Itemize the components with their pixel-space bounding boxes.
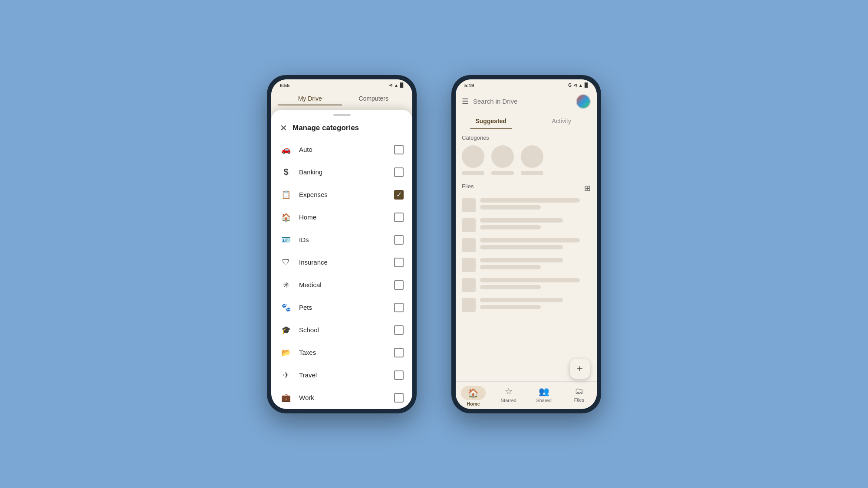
skeleton-icon xyxy=(462,218,476,232)
expenses-icon: 📋 xyxy=(280,189,292,201)
category-circle-label xyxy=(491,171,514,175)
skeleton-icon xyxy=(462,258,476,272)
list-item[interactable]: 🛡 Insurance xyxy=(271,251,412,274)
work-icon: 💼 xyxy=(280,392,292,404)
category-circle xyxy=(521,145,543,168)
nav-item-files[interactable]: 🗂 Files xyxy=(562,382,597,409)
ids-icon: 🪪 xyxy=(280,234,292,246)
skeleton-row xyxy=(462,258,591,272)
checkbox-school[interactable] xyxy=(394,325,404,335)
category-circle-label xyxy=(462,171,484,175)
categories-section-label: Categories xyxy=(462,134,591,141)
checkbox-ids[interactable] xyxy=(394,235,404,245)
shared-nav-icon: 👥 xyxy=(539,386,549,396)
home-icon: 🏠 xyxy=(280,211,292,223)
home-nav-icon: 🏠 xyxy=(468,388,479,398)
category-label: Pets xyxy=(299,304,387,311)
nav-item-shared[interactable]: 👥 Shared xyxy=(526,382,562,409)
category-label: Medical xyxy=(299,281,387,288)
status-bar-right: 5:19 G ⊲ ▲ ▉ xyxy=(456,79,597,90)
category-label: Travel xyxy=(299,371,387,379)
files-section-label: Files xyxy=(462,183,473,190)
manage-categories-sheet: ✕ Manage categories 🚗 Auto $ Banking 📋 E… xyxy=(271,110,412,409)
files-nav-icon: 🗂 xyxy=(575,386,583,396)
right-phone: 5:19 G ⊲ ▲ ▉ ☰ Suggested Activity Catego… xyxy=(451,75,601,413)
category-label: Insurance xyxy=(299,259,387,266)
checkbox-expenses[interactable]: ✓ xyxy=(394,190,404,200)
category-label: Expenses xyxy=(299,191,387,198)
skeleton-row xyxy=(462,238,591,252)
category-label: Banking xyxy=(299,168,387,176)
medical-icon: ✳ xyxy=(280,279,292,291)
tab-suggested[interactable]: Suggested xyxy=(456,113,526,129)
hamburger-icon[interactable]: ☰ xyxy=(462,97,469,106)
checkbox-work[interactable] xyxy=(394,393,404,403)
checkbox-medical[interactable] xyxy=(394,280,404,290)
list-item[interactable]: 🪪 IDs xyxy=(271,229,412,251)
checkbox-taxes[interactable] xyxy=(394,348,404,357)
school-icon: 🎓 xyxy=(280,324,292,336)
taxes-icon: 📂 xyxy=(280,347,292,359)
skeleton-icon xyxy=(462,278,476,292)
category-circle xyxy=(462,145,484,168)
travel-icon: ✈ xyxy=(280,369,292,381)
category-label: School xyxy=(299,326,387,334)
status-bar-left: 6:55 ⊲ ▲ ▉ xyxy=(271,79,412,90)
list-item[interactable]: 🐾 Pets xyxy=(271,296,412,319)
drive-header: My Drive Computers xyxy=(271,90,412,109)
checkbox-insurance[interactable] xyxy=(394,258,404,267)
left-phone: 6:55 ⊲ ▲ ▉ My Drive Computers 📁 Medical … xyxy=(267,75,417,413)
skeleton-row xyxy=(462,218,591,232)
skeleton-icon xyxy=(462,298,476,312)
auto-icon: 🚗 xyxy=(280,144,292,156)
nav-item-starred[interactable]: ☆ Starred xyxy=(491,382,526,409)
checkbox-travel[interactable] xyxy=(394,370,404,380)
checkbox-pets[interactable] xyxy=(394,303,404,312)
close-icon[interactable]: ✕ xyxy=(280,123,287,133)
list-item[interactable]: 📋 Expenses ✓ xyxy=(271,183,412,206)
category-circle xyxy=(491,145,514,168)
nav-label-files: Files xyxy=(574,397,584,403)
category-label: IDs xyxy=(299,236,387,243)
nav-label-home: Home xyxy=(467,401,480,406)
fab-button[interactable]: + xyxy=(570,359,590,379)
sheet-header: ✕ Manage categories xyxy=(271,119,412,138)
checkbox-home[interactable] xyxy=(394,213,404,222)
nav-item-home[interactable]: 🏠 Home xyxy=(456,382,491,409)
tab-my-drive[interactable]: My Drive xyxy=(278,92,342,105)
search-input[interactable] xyxy=(473,98,572,105)
list-item[interactable]: 🚗 Auto xyxy=(271,138,412,161)
search-header: ☰ xyxy=(456,90,597,113)
checkbox-banking[interactable] xyxy=(394,167,404,177)
skeleton-icon xyxy=(462,198,476,212)
category-label: Home xyxy=(299,213,387,221)
skeleton-row xyxy=(462,298,591,312)
category-skeleton xyxy=(491,145,514,175)
list-item[interactable]: $ Banking xyxy=(271,161,412,183)
status-icons-left: ⊲ ▲ ▉ xyxy=(389,83,404,88)
tabs-bar: Suggested Activity xyxy=(456,113,597,129)
category-label: Work xyxy=(299,394,387,401)
sheet-handle[interactable] xyxy=(333,114,351,116)
tab-activity[interactable]: Activity xyxy=(526,113,597,129)
grid-view-icon[interactable]: ⊞ xyxy=(584,183,591,193)
nav-label-shared: Shared xyxy=(536,398,551,403)
list-item[interactable]: ✳ Medical xyxy=(271,274,412,296)
list-item[interactable]: 💼 Work xyxy=(271,386,412,409)
banking-icon: $ xyxy=(280,166,292,178)
list-item[interactable]: 🎓 School xyxy=(271,319,412,341)
category-skeleton xyxy=(521,145,543,175)
category-circle-label xyxy=(521,171,543,175)
skeleton-row xyxy=(462,278,591,292)
status-icons-right: G ⊲ ▲ ▉ xyxy=(568,83,588,88)
list-item[interactable]: 🏠 Home xyxy=(271,206,412,229)
skeleton-icon xyxy=(462,238,476,252)
categories-row xyxy=(462,145,591,175)
list-item[interactable]: ✈ Travel xyxy=(271,364,412,386)
list-item[interactable]: 📂 Taxes xyxy=(271,341,412,364)
files-section-header: Files ⊞ xyxy=(462,183,591,194)
avatar[interactable] xyxy=(576,94,591,109)
tab-computers[interactable]: Computers xyxy=(342,92,406,105)
pets-icon: 🐾 xyxy=(280,301,292,314)
checkbox-auto[interactable] xyxy=(394,145,404,154)
